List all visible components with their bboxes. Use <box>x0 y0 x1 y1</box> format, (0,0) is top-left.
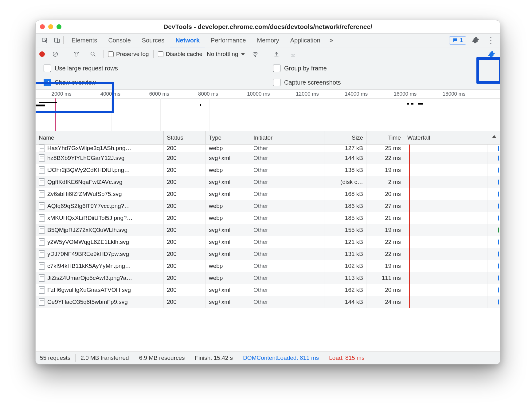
request-status: 200 <box>164 284 206 296</box>
request-name: hz8BXb9YlYLhCGarY12J.svg <box>47 155 124 161</box>
upload-har-icon[interactable] <box>270 49 283 59</box>
col-waterfall[interactable]: Waterfall <box>404 131 500 144</box>
file-icon <box>39 154 45 162</box>
col-initiator[interactable]: Initiator <box>250 131 324 144</box>
gear-icon[interactable] <box>469 35 482 46</box>
tab-memory[interactable]: Memory <box>252 34 285 48</box>
request-type: svg+xml <box>206 224 250 236</box>
tab-console[interactable]: Console <box>103 34 136 48</box>
col-name[interactable]: Name <box>36 131 164 144</box>
download-har-icon[interactable] <box>287 49 299 59</box>
more-tabs-button[interactable]: » <box>326 36 337 44</box>
col-time[interactable]: Time <box>366 131 404 144</box>
request-type: svg+xml <box>206 248 250 260</box>
col-size[interactable]: Size <box>324 131 366 144</box>
table-row[interactable]: Zv6sbHi6fZfZMWufSp75.svg200svg+xmlOther1… <box>36 188 500 200</box>
request-waterfall <box>404 200 500 212</box>
request-name: xMKUHQxXLiRDiiUTol5J.png?… <box>47 215 133 221</box>
kebab-menu-icon[interactable]: ⋮ <box>485 35 497 46</box>
request-name: JiZisZ4UmarOjo5cAwf3.png?a… <box>47 275 132 281</box>
request-time: 19 ms <box>366 260 404 272</box>
tab-elements[interactable]: Elements <box>66 34 103 48</box>
show-overview-checkbox[interactable] <box>44 79 51 86</box>
network-conditions-icon[interactable] <box>249 49 261 59</box>
overview-timeline[interactable]: 2000 ms4000 ms6000 ms8000 ms10000 ms1200… <box>36 90 500 131</box>
search-icon[interactable] <box>87 49 99 59</box>
table-header: Name Status Type Initiator Size Time Wat… <box>36 131 500 145</box>
device-toolbar-icon[interactable] <box>51 35 63 46</box>
table-row[interactable]: B5QMjpRJZ72xKQ3uWLlh.svg200svg+xmlOther1… <box>36 224 500 236</box>
request-status: 200 <box>164 176 206 188</box>
request-time: 111 ms <box>366 272 404 284</box>
tab-network[interactable]: Network <box>170 34 205 48</box>
request-size: 168 kB <box>324 188 366 200</box>
request-waterfall <box>404 188 500 200</box>
network-settings-gear-icon[interactable] <box>486 49 497 60</box>
request-size: 127 kB <box>324 145 366 152</box>
filter-icon[interactable] <box>70 49 83 59</box>
table-row[interactable]: JiZisZ4UmarOjo5cAwf3.png?a…200webpOther1… <box>36 272 500 284</box>
request-time: 20 ms <box>366 188 404 200</box>
network-options: Use large request rows Group by frame Sh… <box>36 61 500 90</box>
tab-performance[interactable]: Performance <box>205 34 252 48</box>
request-name: FzH6gwuHgXuGnasATVOH.svg <box>47 287 131 293</box>
request-table[interactable]: HasYhd7GxWlipe3q1ASh.png…200webpOther127… <box>36 145 500 351</box>
table-row[interactable]: QgftKdIKE6NqaFwlZAVc.svg200svg+xmlOther(… <box>36 176 500 188</box>
large-request-rows-checkbox[interactable] <box>44 65 51 72</box>
request-initiator: Other <box>250 152 324 164</box>
file-icon <box>39 262 45 270</box>
overview-tick: 2000 ms <box>52 91 72 97</box>
col-status[interactable]: Status <box>164 131 206 144</box>
request-initiator: Other <box>250 296 324 308</box>
clear-icon[interactable] <box>49 49 61 59</box>
devtools-window: DevTools - developer.chrome.com/docs/dev… <box>35 20 500 364</box>
request-waterfall <box>404 272 500 284</box>
request-size: 144 kB <box>324 152 366 164</box>
request-status: 200 <box>164 272 206 284</box>
group-by-frame-checkbox[interactable] <box>273 65 280 72</box>
table-row[interactable]: xMKUHQxXLiRDiiUTol5J.png?…200webpOther18… <box>36 212 500 224</box>
request-time: 22 ms <box>366 236 404 248</box>
request-size: (disk c… <box>324 176 366 188</box>
request-size: 121 kB <box>324 236 366 248</box>
issues-badge[interactable]: 1 <box>449 36 466 45</box>
file-icon <box>39 298 45 306</box>
request-waterfall <box>404 296 500 308</box>
sort-indicator-icon <box>492 135 496 138</box>
overview-tick: 18000 ms <box>443 91 466 97</box>
status-resources: 6.9 MB resources <box>139 355 185 361</box>
overview-tick: 10000 ms <box>247 91 270 97</box>
issues-count: 1 <box>460 37 463 44</box>
request-status: 200 <box>164 145 206 152</box>
record-button[interactable] <box>39 51 45 57</box>
table-row[interactable]: Ce9YHacO35q8t5wbmFp9.svg200svg+xmlOther1… <box>36 296 500 308</box>
table-row[interactable]: AQfq69qS2Ig6lT9Y7vcc.png?…200webpOther18… <box>36 200 500 212</box>
request-time: 19 ms <box>366 224 404 236</box>
table-row[interactable]: y2W5yVOMWqgL8ZE1Lklh.svg200svg+xmlOther1… <box>36 236 500 248</box>
request-type: webp <box>206 164 250 176</box>
tab-application[interactable]: Application <box>285 34 326 48</box>
tab-sources[interactable]: Sources <box>136 34 170 48</box>
file-icon <box>39 226 45 234</box>
disable-cache-checkbox[interactable]: Disable cache <box>158 51 202 58</box>
request-status: 200 <box>164 200 206 212</box>
window-title: DevTools - developer.chrome.com/docs/dev… <box>36 23 500 30</box>
table-row[interactable]: hz8BXb9YlYLhCGarY12J.svg200svg+xmlOther1… <box>36 152 500 164</box>
title-bar: DevTools - developer.chrome.com/docs/dev… <box>36 20 500 34</box>
request-initiator: Other <box>250 236 324 248</box>
preserve-log-checkbox[interactable]: Preserve log <box>108 51 149 58</box>
capture-screenshots-checkbox[interactable] <box>273 79 280 86</box>
table-row[interactable]: tJOhr2jBQWy2CdKHDlUl.png…200webpOther138… <box>36 164 500 176</box>
table-row[interactable]: yDJ70NF49BREe9kHD7pw.svg200svg+xmlOther1… <box>36 248 500 260</box>
file-icon <box>39 202 45 210</box>
col-type[interactable]: Type <box>206 131 250 144</box>
throttling-select[interactable]: No throttling <box>207 51 245 58</box>
table-row[interactable]: FzH6gwuHgXuGnasATVOH.svg200svg+xmlOther1… <box>36 284 500 296</box>
request-initiator: Other <box>250 212 324 224</box>
request-time: 22 ms <box>366 248 404 260</box>
table-row[interactable]: HasYhd7GxWlipe3q1ASh.png…200webpOther127… <box>36 145 500 152</box>
table-row[interactable]: c7kf94kHB11kK5AyYyMn.png…200webpOther102… <box>36 260 500 272</box>
request-initiator: Other <box>250 145 324 152</box>
overview-tick: 14000 ms <box>345 91 368 97</box>
inspect-element-icon[interactable] <box>39 35 51 46</box>
